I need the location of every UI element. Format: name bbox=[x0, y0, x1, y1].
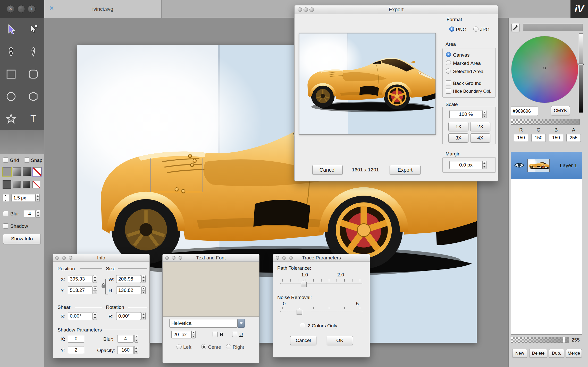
info-panel[interactable]: Info Position Size X: 395.33 W: 206.98 Y… bbox=[53, 254, 150, 358]
value-slider[interactable] bbox=[579, 33, 583, 113]
layer-row[interactable]: Layer 1 bbox=[511, 152, 582, 179]
select-tool[interactable] bbox=[0, 18, 22, 40]
stroke-dash-box[interactable]: -- bbox=[3, 194, 9, 202]
w-field[interactable]: 206.98 bbox=[116, 275, 141, 283]
selection-box[interactable] bbox=[150, 158, 203, 192]
font-size-field[interactable]: 20 px bbox=[171, 331, 191, 338]
h-field[interactable]: 136.82 bbox=[116, 286, 141, 294]
align-right-radio[interactable] bbox=[226, 344, 231, 349]
panel-minimize-icon[interactable] bbox=[62, 256, 66, 260]
polygon-tool[interactable] bbox=[22, 85, 44, 108]
margin-stepper[interactable] bbox=[482, 161, 486, 169]
font-family-dropdown-button[interactable] bbox=[238, 319, 245, 328]
grid-checkbox[interactable] bbox=[3, 158, 8, 163]
format-jpg-radio[interactable] bbox=[473, 27, 478, 32]
cmyk-button[interactable]: CMYK bbox=[551, 106, 570, 115]
color-wheel[interactable] bbox=[511, 36, 578, 103]
panel-close-icon[interactable] bbox=[276, 256, 279, 260]
window-zoom-button[interactable]: + bbox=[28, 5, 36, 13]
scale-2x-button[interactable]: 2X bbox=[470, 122, 490, 131]
alpha-slider[interactable] bbox=[511, 119, 580, 125]
export-cancel-button[interactable]: Cancel bbox=[312, 165, 343, 175]
scale-3x-button[interactable]: 3X bbox=[448, 133, 468, 143]
panel-zoom-icon[interactable] bbox=[69, 256, 72, 260]
text-font-panel[interactable]: Text and Font Helvetica 20 px B U Left C… bbox=[162, 254, 259, 363]
snap-checkbox[interactable] bbox=[24, 158, 29, 163]
selection-handle[interactable] bbox=[188, 154, 192, 158]
format-png-radio[interactable] bbox=[449, 27, 454, 32]
direct-select-tool[interactable] bbox=[22, 18, 44, 40]
document-tab[interactable]: ✕ ivinci.svg bbox=[44, 0, 162, 18]
layer-opacity-handle[interactable] bbox=[563, 337, 565, 343]
trace-titlebar[interactable]: Trace Parameters bbox=[273, 254, 370, 262]
trace-parameters-panel[interactable]: Trace Parameters Path Tolerance: 1.0 2.0… bbox=[273, 254, 370, 357]
info-panel-titlebar[interactable]: Info bbox=[53, 254, 149, 262]
shadow-checkbox[interactable] bbox=[3, 223, 8, 229]
layer-delete-button[interactable]: Delete bbox=[529, 349, 547, 358]
stroke-swatch-radial-gradient[interactable] bbox=[23, 181, 30, 188]
panel-close-icon[interactable] bbox=[165, 256, 169, 260]
fill-swatch-radial-gradient[interactable] bbox=[23, 167, 31, 176]
scale-value-field[interactable]: 100 % bbox=[449, 110, 482, 118]
selection-handle[interactable] bbox=[193, 159, 197, 163]
lock-icon[interactable] bbox=[101, 283, 105, 288]
channel-value-b[interactable]: 150 bbox=[549, 134, 563, 142]
stroke-width-stepper[interactable] bbox=[36, 194, 40, 202]
two-colors-checkbox[interactable] bbox=[300, 323, 305, 328]
text-font-titlebar[interactable]: Text and Font bbox=[163, 254, 259, 262]
bold-checkbox[interactable] bbox=[213, 332, 218, 337]
rectangle-tool[interactable] bbox=[0, 63, 22, 85]
dialog-minimize-icon[interactable] bbox=[304, 7, 308, 12]
align-center-radio[interactable] bbox=[201, 344, 206, 349]
margin-value-field[interactable]: 0.0 px bbox=[449, 161, 482, 169]
shadow-blur-stepper[interactable] bbox=[134, 335, 138, 343]
panel-zoom-icon[interactable] bbox=[289, 256, 293, 260]
y-stepper[interactable] bbox=[93, 286, 97, 294]
stroke-swatch-solid[interactable] bbox=[3, 181, 11, 188]
panel-zoom-icon[interactable] bbox=[179, 256, 182, 260]
tab-close-icon[interactable]: ✕ bbox=[49, 5, 54, 12]
layer-opacity-slider[interactable] bbox=[511, 337, 569, 343]
channel-value-g[interactable]: 150 bbox=[531, 134, 546, 142]
layer-merge-button[interactable]: Merge bbox=[566, 349, 582, 358]
shadow-y-field[interactable]: 2 bbox=[68, 346, 84, 354]
slider-track[interactable] bbox=[280, 311, 362, 312]
export-titlebar[interactable]: Export bbox=[295, 5, 498, 14]
font-size-stepper[interactable] bbox=[191, 331, 196, 338]
scale-stepper[interactable] bbox=[482, 110, 486, 118]
shadow-opacity-field[interactable]: 160 bbox=[117, 346, 134, 354]
area-canvas-radio[interactable] bbox=[446, 52, 451, 57]
font-family-select[interactable]: Helvetica bbox=[169, 319, 238, 328]
y-field[interactable]: 513.27 bbox=[68, 286, 93, 294]
h-stepper[interactable] bbox=[141, 286, 146, 294]
star-tool[interactable] bbox=[0, 108, 22, 130]
current-color-swatch[interactable] bbox=[523, 24, 583, 31]
shadow-blur-field[interactable]: 4 bbox=[117, 335, 134, 343]
shear-stepper[interactable] bbox=[93, 312, 97, 320]
shadow-x-field[interactable]: 0 bbox=[68, 335, 84, 343]
channel-value-r[interactable]: 150 bbox=[514, 134, 528, 142]
text-tool[interactable]: T bbox=[22, 108, 44, 130]
scale-1x-button[interactable]: 1X bbox=[448, 122, 468, 131]
underline-checkbox[interactable] bbox=[232, 332, 237, 337]
ellipse-tool[interactable] bbox=[0, 85, 22, 108]
panel-minimize-icon[interactable] bbox=[282, 256, 286, 260]
slider-track[interactable] bbox=[280, 283, 362, 284]
blur-checkbox[interactable] bbox=[3, 211, 8, 216]
hide-boundary-checkbox[interactable] bbox=[446, 89, 451, 94]
trace-ok-button[interactable]: OK bbox=[327, 336, 353, 345]
value-slider-handle[interactable] bbox=[578, 64, 584, 65]
layer-thumbnail[interactable] bbox=[527, 159, 550, 172]
fill-swatch-solid[interactable] bbox=[3, 167, 11, 176]
window-close-button[interactable]: ✕ bbox=[7, 5, 14, 13]
ink-pen-tool[interactable] bbox=[22, 40, 44, 63]
channel-value-a[interactable]: 255 bbox=[566, 134, 581, 142]
w-stepper[interactable] bbox=[141, 275, 146, 283]
dialog-close-icon[interactable] bbox=[298, 7, 302, 12]
window-minimize-button[interactable]: − bbox=[17, 5, 25, 13]
area-selected-radio[interactable] bbox=[446, 68, 451, 74]
scale-4x-button[interactable]: 4X bbox=[470, 133, 490, 143]
align-left-radio[interactable] bbox=[177, 344, 182, 349]
blur-field[interactable]: 4 bbox=[24, 210, 36, 218]
trace-cancel-button[interactable]: Cancel bbox=[290, 336, 316, 345]
